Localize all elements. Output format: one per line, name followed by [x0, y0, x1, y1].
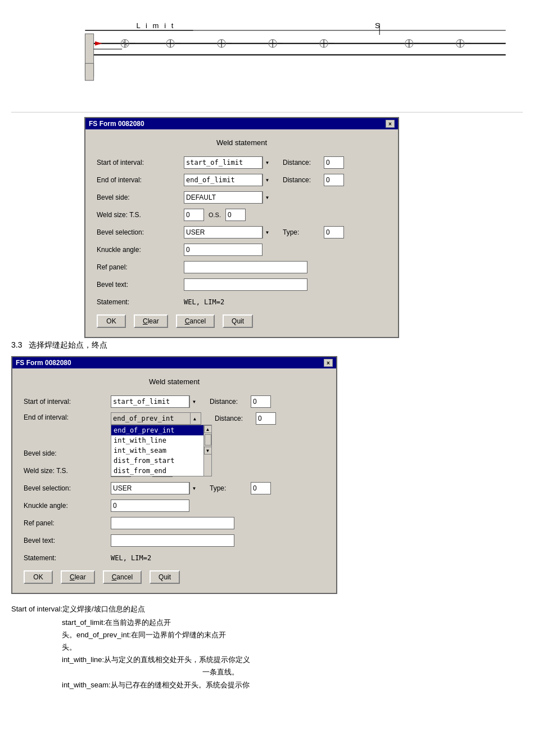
dialog1-distance1-label: Distance: [283, 159, 319, 166]
dialog2-option-3[interactable]: int_with_seam [111, 446, 203, 456]
text-sub4: int_with_line:从与定义的直线相交处开头，系统提示你定义 [62, 654, 523, 666]
dialog1-cancel-button[interactable]: Cancel [176, 314, 215, 328]
svg-text:L i m i t: L i m i t [136, 21, 175, 30]
dialog2-title: FS Form 0082080 [16, 359, 71, 367]
dialog1-bevel-text-input[interactable] [184, 278, 307, 291]
section-3-3-label: 3.3 选择焊缝起始点，终点 [11, 340, 523, 350]
dialog1-bevel-side-input[interactable] [184, 191, 263, 204]
dialog2-start-interval-arrow[interactable]: ▼ [189, 395, 198, 408]
dialog1-bevel-side-row: Bevel side: ▼ [97, 191, 387, 204]
dialog2-ok-button[interactable]: OK [24, 570, 53, 584]
dialog2-quit-button[interactable]: Quit [150, 570, 180, 584]
dialog2-start-interval-input[interactable] [111, 395, 189, 408]
dialog1-start-interval-arrow[interactable]: ▼ [263, 156, 271, 169]
dialog2-dropdown-header-text: end_of_prev_int [113, 415, 190, 422]
dialog2-option-1[interactable]: end_of_prev_int [111, 425, 203, 435]
dialog1-bevel-text-label: Bevel text: [97, 281, 184, 289]
dialog1-statement-row: Statement: WEL, LIM=2 [97, 295, 387, 309]
dialog1-start-interval-input[interactable] [184, 156, 263, 169]
dialog1: FS Form 0082080 × Weld statement Start o… [84, 117, 399, 338]
dialog1-close-button[interactable]: × [386, 120, 395, 128]
dialog2-distance1-label: Distance: [210, 398, 246, 406]
dialog2-scroll-up[interactable]: ▲ [204, 425, 212, 433]
dialog1-distance2-input[interactable] [324, 174, 344, 186]
dialog2-clear-button[interactable]: Clear [61, 570, 95, 584]
dialog2-bevel-selection-label: Bevel selection: [24, 484, 111, 492]
dialog2-statement-row: Statement: WEL, LIM=2 [24, 551, 325, 565]
dialog2-type-input[interactable] [251, 482, 271, 494]
dialog1-type-input[interactable] [324, 226, 344, 238]
dialog2-cancel-button[interactable]: Cancel [103, 570, 142, 584]
dialog1-weld-size-row: Weld size: T.S. O.S. [97, 208, 387, 222]
text-sub3: 头。 [62, 641, 523, 654]
dialog2-option-5[interactable]: dist_from_end [111, 466, 203, 476]
dialog2-dropdown-list: end_of_prev_int int_with_line int_with_s… [111, 425, 212, 476]
dialog1-title: FS Form 0082080 [89, 120, 144, 128]
dialog1-ref-panel-row: Ref panel: [97, 260, 387, 274]
dialog2-dropdown-arrow[interactable]: ▲ [190, 413, 199, 424]
dialog2-ref-panel-label: Ref panel: [24, 519, 111, 527]
dialog1-ok-button[interactable]: OK [97, 314, 126, 328]
dialog1-end-interval-input[interactable] [184, 174, 263, 186]
dialog2-start-interval-label: Start of interval: [24, 398, 111, 406]
dialog1-distance2-label: Distance: [283, 176, 319, 184]
dialog1-end-interval-arrow[interactable]: ▼ [263, 174, 271, 186]
dialog2-scrollbar: ▲ ▼ [203, 425, 211, 476]
dialog2-distance1-input[interactable] [251, 395, 271, 408]
svg-marker-32 [96, 42, 101, 45]
dialog2-weld-statement: Weld statement [24, 377, 325, 386]
text-sub5: int_with_seam:从与已存在的缝相交处开头。系统会提示你 [62, 679, 523, 691]
text-content-area: Start of interval:定义焊接/坡口信息的起点 start_of_… [11, 603, 523, 691]
dialog1-distance1-input[interactable] [324, 156, 344, 169]
dialog1-quit-button[interactable]: Quit [223, 314, 253, 328]
dialog2-bevel-selection-input[interactable] [111, 482, 189, 494]
dialog2-knuckle-angle-input[interactable] [111, 500, 189, 512]
dialog2-ref-panel-input[interactable] [111, 517, 234, 529]
dialog1-knuckle-angle-row: Knuckle angle: [97, 243, 387, 256]
dialog1-knuckle-angle-label: Knuckle angle: [97, 246, 184, 254]
dialog2-knuckle-angle-label: Knuckle angle: [24, 502, 111, 510]
dialog2-bevel-side-label: Bevel side: [24, 449, 111, 457]
dialog2-option-2[interactable]: int_with_line [111, 435, 203, 446]
dialog1-weld-size-os-input[interactable] [225, 209, 246, 221]
dialog2-bevel-selection-row: Bevel selection: ▼ Type: [24, 482, 325, 495]
dialog2-start-interval-row: Start of interval: ▼ Distance: [24, 395, 325, 408]
svg-rect-22 [85, 64, 93, 80]
dialog2-close-button[interactable]: × [324, 359, 333, 367]
dialog2-distance2-label: Distance: [215, 415, 251, 422]
dialog2-weld-size-label: Weld size: T.S. [24, 467, 111, 475]
dialog2-scroll-down[interactable]: ▼ [204, 447, 212, 454]
dialog2-bevel-text-label: Bevel text: [24, 537, 111, 544]
dialog2-end-interval-dropdown[interactable]: end_of_prev_int ▲ end_of_prev_int int_wi… [111, 412, 201, 425]
dialog2-bevel-selection-arrow[interactable]: ▼ [189, 482, 198, 494]
text-line1-content: Start of interval:定义焊接/坡口信息的起点 [11, 605, 145, 613]
text-sub4b: 一条直线。 [202, 666, 523, 678]
dialog2-option-4[interactable]: dist_from_start [111, 456, 203, 466]
dialog2-end-interval-header[interactable]: end_of_prev_int ▲ [111, 412, 201, 425]
dialog1-weld-size-ts-input[interactable] [184, 209, 204, 221]
dialog1-bevel-selection-row: Bevel selection: ▼ Type: [97, 226, 387, 239]
dialog2-end-interval-label: End of interval: [24, 412, 111, 421]
dialog1-bevel-selection-arrow[interactable]: ▼ [263, 226, 271, 238]
dialog2-titlebar: FS Form 0082080 × [12, 357, 336, 368]
dialog1-end-interval-row: End of interval: ▼ Distance: [97, 173, 387, 187]
dialog2-bevel-text-input[interactable] [111, 534, 234, 547]
dialog1-weld-size-label: Weld size: T.S. [97, 211, 184, 219]
dialog2-statement-label: Statement: [24, 554, 111, 562]
dialog1-start-interval-label: Start of interval: [97, 159, 184, 166]
dialog2-scroll-thumb[interactable] [205, 434, 211, 446]
dialog1-bevel-side-label: Bevel side: [97, 194, 184, 201]
dialog1-bevel-side-arrow[interactable]: ▼ [263, 191, 271, 204]
dialog2-statement-value: WEL, LIM=2 [111, 554, 151, 562]
dialog1-bevel-selection-input[interactable] [184, 226, 263, 238]
dialog1-titlebar: FS Form 0082080 × [85, 118, 398, 129]
dialog1-knuckle-angle-input[interactable] [184, 244, 263, 256]
dialog1-weld-statement: Weld statement [97, 138, 387, 147]
dialog2: FS Form 0082080 × Weld statement Start o… [11, 356, 337, 594]
dialog2-distance2-input[interactable] [256, 412, 276, 425]
dialog2-bevel-text-row: Bevel text: [24, 534, 325, 547]
dialog2-knuckle-angle-row: Knuckle angle: [24, 499, 325, 512]
dialog1-ref-panel-label: Ref panel: [97, 263, 184, 271]
dialog1-ref-panel-input[interactable] [184, 261, 307, 273]
dialog1-clear-button[interactable]: Clear [134, 314, 168, 328]
